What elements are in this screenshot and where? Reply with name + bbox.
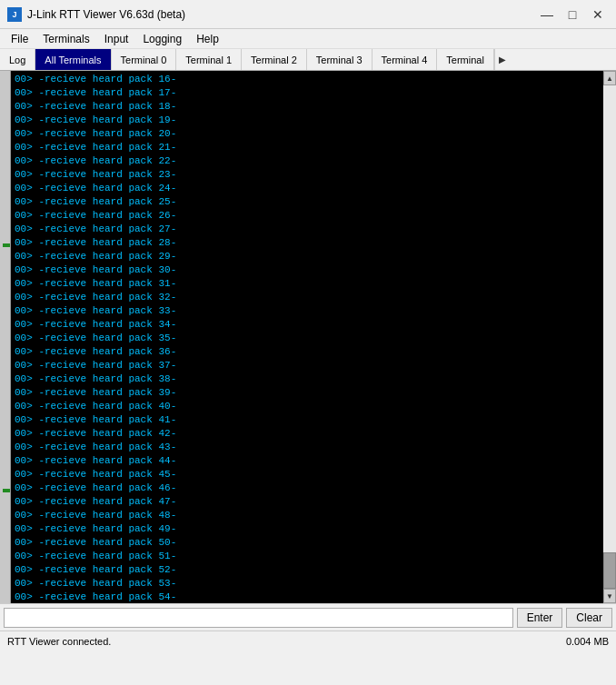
command-input[interactable] [4,608,513,628]
close-button[interactable]: ✕ [587,5,609,24]
terminal-output: 00> -recieve heard pack 16-00> -recieve … [11,71,603,603]
menu-bar: File Terminals Input Logging Help [0,29,616,49]
minimize-button[interactable]: — [536,5,558,24]
scroll-track[interactable] [603,85,616,589]
input-bar: Enter Clear [0,603,616,630]
tab-terminal-partial[interactable]: Terminal [437,49,494,70]
menu-terminals[interactable]: Terminals [35,31,96,47]
terminal-line: 00> -recieve heard pack 21- [15,141,600,154]
terminal-line: 00> -recieve heard pack 48- [15,509,600,522]
app-icon: J [7,7,22,22]
terminal-line: 00> -recieve heard pack 52- [15,563,600,577]
terminal-line: 00> -recieve heard pack 35- [15,332,600,345]
terminal-line: 00> -recieve heard pack 54- [15,591,600,603]
left-marker-1 [3,243,10,247]
maximize-button[interactable]: □ [561,5,583,24]
scroll-down-button[interactable]: ▼ [603,589,616,603]
terminal-line: 00> -recieve heard pack 49- [15,522,600,536]
tab-terminal-1[interactable]: Terminal 1 [176,49,242,70]
terminal-line: 00> -recieve heard pack 30- [15,263,600,277]
terminal-line: 00> -recieve heard pack 45- [15,468,600,481]
menu-file[interactable]: File [4,31,35,47]
terminal-line: 00> -recieve heard pack 23- [15,168,600,182]
terminal-line: 00> -recieve heard pack 39- [15,386,600,400]
clear-button[interactable]: Clear [566,608,612,628]
left-panel [0,71,11,603]
terminal-line: 00> -recieve heard pack 53- [15,577,600,591]
terminal-line: 00> -recieve heard pack 50- [15,536,600,550]
main-content: 00> -recieve heard pack 16-00> -recieve … [0,71,616,603]
window-controls: — □ ✕ [536,5,609,24]
terminal-line: 00> -recieve heard pack 26- [15,209,600,223]
status-right: 0.004 MB [566,636,609,647]
terminal-line: 00> -recieve heard pack 41- [15,413,600,427]
scroll-up-button[interactable]: ▲ [603,71,616,85]
terminal-line: 00> -recieve heard pack 29- [15,250,600,263]
terminal-content: 00> -recieve heard pack 16-00> -recieve … [11,71,603,603]
terminal-line: 00> -recieve heard pack 32- [15,291,600,304]
terminal-scrollbar[interactable]: ▲ ▼ [603,71,616,603]
menu-logging[interactable]: Logging [135,31,189,47]
terminal-line: 00> -recieve heard pack 44- [15,454,600,468]
terminal-line: 00> -recieve heard pack 42- [15,427,600,441]
terminal-line: 00> -recieve heard pack 31- [15,277,600,291]
terminal-line: 00> -recieve heard pack 17- [15,86,600,100]
terminal-line: 00> -recieve heard pack 36- [15,345,600,359]
terminal-line: 00> -recieve heard pack 27- [15,223,600,236]
scroll-thumb[interactable] [603,552,616,589]
status-bar: RTT Viewer connected. 0.004 MB [0,630,616,650]
terminal-line: 00> -recieve heard pack 28- [15,236,600,250]
terminal-line: 00> -recieve heard pack 34- [15,318,600,332]
terminal-line: 00> -recieve heard pack 46- [15,481,600,495]
tab-scroll-right[interactable]: ▶ [494,49,511,70]
terminal-line: 00> -recieve heard pack 33- [15,304,600,318]
terminal-line: 00> -recieve heard pack 38- [15,372,600,386]
terminal-line: 00> -recieve heard pack 37- [15,359,600,372]
terminal-line: 00> -recieve heard pack 18- [15,100,600,114]
terminal-line: 00> -recieve heard pack 22- [15,154,600,168]
menu-input[interactable]: Input [97,31,136,47]
terminal-line: 00> -recieve heard pack 19- [15,114,600,127]
menu-help[interactable]: Help [189,31,226,47]
tab-terminal-2[interactable]: Terminal 2 [242,49,307,70]
terminal-line: 00> -recieve heard pack 24- [15,182,600,195]
status-left: RTT Viewer connected. [7,636,566,647]
terminal-line: 00> -recieve heard pack 25- [15,195,600,209]
tab-terminal-3[interactable]: Terminal 3 [307,49,373,70]
terminal-line: 00> -recieve heard pack 51- [15,550,600,563]
tab-bar: Log All Terminals Terminal 0 Terminal 1 … [0,49,616,71]
tab-log[interactable]: Log [0,49,35,70]
terminal-line: 00> -recieve heard pack 40- [15,400,600,413]
terminal-line: 00> -recieve heard pack 43- [15,441,600,454]
enter-button[interactable]: Enter [517,608,563,628]
tab-all-terminals[interactable]: All Terminals [35,49,111,70]
terminal-line: 00> -recieve heard pack 47- [15,495,600,509]
terminal-line: 00> -recieve heard pack 16- [15,73,600,86]
tab-terminal-4[interactable]: Terminal 4 [373,49,438,70]
left-marker-2 [3,489,10,492]
terminal-line: 00> -recieve heard pack 20- [15,127,600,141]
window-title: J-Link RTT Viewer V6.63d (beta) [27,8,536,21]
title-bar: J J-Link RTT Viewer V6.63d (beta) — □ ✕ [0,0,616,29]
tab-terminal-0[interactable]: Terminal 0 [112,49,177,70]
terminal-area: 00> -recieve heard pack 16-00> -recieve … [11,71,616,603]
